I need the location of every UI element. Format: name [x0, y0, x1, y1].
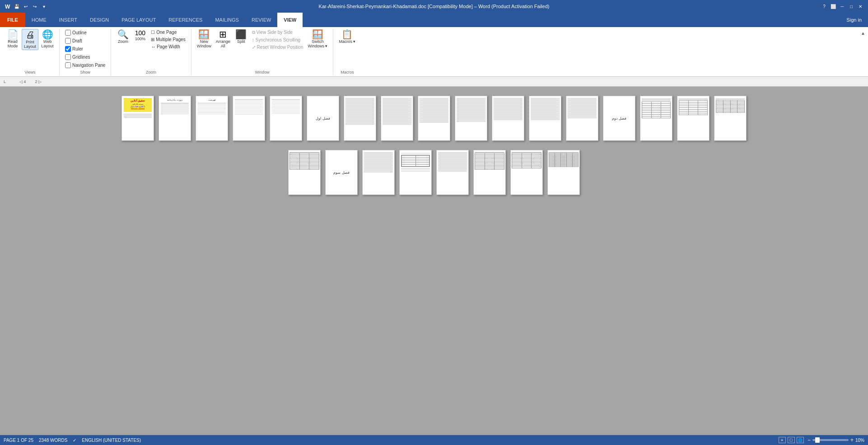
tab-file[interactable]: FILE: [0, 13, 25, 27]
page-thumb-4[interactable]: [233, 96, 265, 141]
page-thumb-21[interactable]: [399, 150, 432, 195]
navpane-checkbox-label[interactable]: Navigation Pane: [63, 61, 107, 69]
zoom-options: ☐ One Page ⊞ Multiple Pages ↔ Page Width: [149, 29, 187, 50]
read-layout-icon[interactable]: ≡: [779, 437, 786, 443]
print-layout-icon-status[interactable]: ☐: [788, 437, 795, 443]
page-thumb-2[interactable]: پروژه، پایان‌نامه: [159, 96, 191, 141]
views-group-content: 📄 ReadMode 🖨 PrintLayout 🌐 WebLayout: [5, 29, 56, 69]
web-layout-icon-status[interactable]: 🌐: [797, 437, 804, 443]
web-layout-button[interactable]: 🌐 WebLayout: [39, 29, 56, 49]
undo-quick-button[interactable]: ↩: [22, 2, 30, 10]
help-button[interactable]: ?: [820, 2, 828, 10]
ruler-marker-4: ◁ 4: [19, 79, 26, 84]
zoom-100-icon: 100: [135, 30, 145, 36]
ribbon-group-zoom: 🔍 Zoom 100 100% ☐ One Page ⊞ Multiple Pa…: [111, 29, 191, 75]
page-thumb-23[interactable]: [473, 150, 506, 195]
multiple-pages-button[interactable]: ⊞ Multiple Pages: [149, 36, 187, 43]
page-thumb-6[interactable]: فصل اول: [307, 96, 339, 141]
maximize-button[interactable]: □: [847, 2, 855, 10]
tab-references[interactable]: REFERENCES: [162, 13, 209, 27]
zoom-slider[interactable]: [812, 439, 849, 441]
show-group-label: Show: [63, 70, 107, 75]
tab-design[interactable]: DESIGN: [84, 13, 115, 27]
ruler-checkbox-label[interactable]: Ruler: [63, 45, 107, 53]
ribbon-display-button[interactable]: ⬜: [829, 2, 837, 10]
draft-checkbox-label[interactable]: Draft: [63, 37, 107, 45]
pages-container: تحقیق آنلاین پروژه، پایان‌نامه با کمترین…: [121, 96, 747, 195]
redo-quick-button[interactable]: ↪: [31, 2, 39, 10]
signin-button[interactable]: Sign in: [840, 13, 868, 27]
show-group-content: Outline Draft Ruler Gridlines Navigation…: [63, 29, 107, 69]
page-thumb-18[interactable]: [288, 150, 321, 195]
switch-windows-button[interactable]: 🪟 SwitchWindows ▾: [306, 29, 329, 49]
draft-checkbox[interactable]: [65, 38, 71, 44]
print-layout-button[interactable]: 🖨 PrintLayout: [22, 29, 38, 50]
read-mode-button[interactable]: 📄 ReadMode: [5, 29, 21, 49]
navpane-checkbox[interactable]: [65, 62, 71, 68]
page-thumb-15[interactable]: [640, 96, 672, 141]
page-thumb-13[interactable]: [566, 96, 598, 141]
tab-page-layout[interactable]: PAGE LAYOUT: [115, 13, 162, 27]
macros-button[interactable]: 📋 Macros ▾: [337, 29, 357, 45]
tab-view[interactable]: VIEW: [277, 13, 303, 27]
window-group-label: Window: [195, 70, 330, 75]
outline-checkbox[interactable]: [65, 30, 71, 36]
tab-home[interactable]: HOME: [25, 13, 53, 27]
zoom-group-label: Zoom: [115, 70, 187, 75]
new-window-button[interactable]: 🪟 NewWindow: [195, 29, 213, 49]
page-thumb-3[interactable]: فهرست: [196, 96, 228, 141]
tab-insert[interactable]: INSERT: [53, 13, 84, 27]
page-thumb-5[interactable]: [270, 96, 302, 141]
zoom-100-button[interactable]: 100 100%: [132, 29, 148, 42]
title-bar: W 💾 ↩ ↪ ▾ Kar-Afareini-Sherkat-Peymankar…: [0, 0, 868, 13]
page-thumb-12[interactable]: [529, 96, 561, 141]
new-window-icon: 🪟: [198, 30, 210, 39]
page-thumb-17[interactable]: [714, 96, 747, 141]
page-thumb-14[interactable]: فصل دوم: [603, 96, 635, 141]
customize-quick-button[interactable]: ▾: [40, 2, 48, 10]
page-thumb-1[interactable]: تحقیق آنلاین پروژه، پایان‌نامه با کمترین…: [121, 96, 154, 141]
close-button[interactable]: ✕: [856, 2, 864, 10]
word-count[interactable]: 2348 WORDS: [39, 438, 67, 443]
language[interactable]: ENGLISH (UNITED STATES): [82, 438, 141, 443]
tab-review[interactable]: REVIEW: [245, 13, 277, 27]
ribbon-group-macros: 📋 Macros ▾ Macros: [333, 29, 361, 75]
minimize-button[interactable]: ─: [838, 2, 846, 10]
zoom-plus-button[interactable]: +: [850, 437, 854, 443]
reset-window-button[interactable]: ⤢ Reset Window Position: [250, 44, 305, 51]
page-thumb-25[interactable]: [547, 150, 580, 195]
window-title: Kar-Afareini-Sherkat-Peymankari-Khadamat…: [48, 4, 820, 9]
arrange-all-button[interactable]: ⊞ ArrangeAll: [214, 29, 232, 49]
split-button[interactable]: ⬛ Split: [233, 29, 249, 45]
ribbon-collapse-button[interactable]: ▲: [859, 29, 867, 75]
zoom-icon: 🔍: [117, 30, 129, 39]
check-icon: ✓: [73, 438, 76, 443]
page-thumb-11[interactable]: [492, 96, 524, 141]
outline-checkbox-label[interactable]: Outline: [63, 29, 107, 37]
document-area[interactable]: تحقیق آنلاین پروژه، پایان‌نامه با کمترین…: [0, 87, 868, 435]
page-thumb-20[interactable]: [362, 150, 395, 195]
page-thumb-10[interactable]: [455, 96, 487, 141]
gridlines-checkbox[interactable]: [65, 54, 71, 60]
view-side-by-side-button[interactable]: ⧉ View Side by Side: [250, 29, 305, 36]
macros-icon: 📋: [341, 30, 353, 39]
zoom-minus-button[interactable]: −: [807, 437, 811, 443]
page-info[interactable]: PAGE 1 OF 25: [4, 438, 33, 443]
gridlines-checkbox-label[interactable]: Gridlines: [63, 53, 107, 61]
sync-scrolling-button[interactable]: ↕ Synchronous Scrolling: [250, 37, 305, 43]
page-thumb-9[interactable]: [418, 96, 450, 141]
window-options: ⧉ View Side by Side ↕ Synchronous Scroll…: [250, 29, 305, 51]
page-width-button[interactable]: ↔ Page Width: [149, 43, 187, 50]
one-page-button[interactable]: ☐ One Page: [149, 29, 187, 36]
ribbon-tab-bar: FILE HOME INSERT DESIGN PAGE LAYOUT REFE…: [0, 13, 868, 27]
ruler-checkbox[interactable]: [65, 46, 71, 52]
zoom-button[interactable]: 🔍 Zoom: [115, 29, 131, 45]
save-quick-button[interactable]: 💾: [13, 2, 21, 10]
page-thumb-22[interactable]: [436, 150, 469, 195]
page-thumb-7[interactable]: [344, 96, 376, 141]
page-thumb-24[interactable]: [510, 150, 543, 195]
page-thumb-8[interactable]: [381, 96, 413, 141]
page-thumb-19[interactable]: فصل سوم: [325, 150, 358, 195]
page-thumb-16[interactable]: [677, 96, 709, 141]
tab-mailings[interactable]: MAILINGS: [209, 13, 245, 27]
